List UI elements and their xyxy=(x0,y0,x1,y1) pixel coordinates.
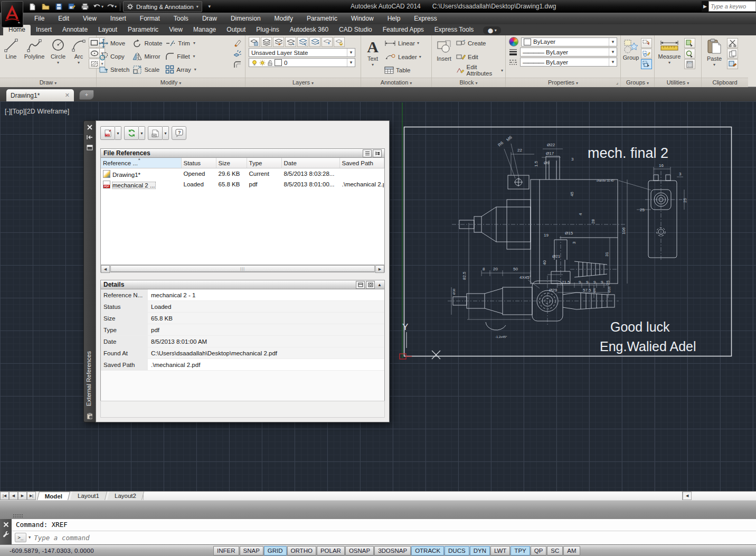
search-input[interactable] xyxy=(708,1,756,12)
ribbon-tab[interactable]: View xyxy=(164,25,188,35)
edit-block-button[interactable]: Edit xyxy=(456,50,503,64)
panel-footer-groups[interactable]: Groups ▾ xyxy=(621,78,654,87)
panel-footer-properties[interactable]: Properties ▾⌟ xyxy=(506,78,620,87)
menu-item[interactable]: Edit xyxy=(51,13,76,24)
panel-footer-clipboard[interactable]: Clipboard xyxy=(702,78,748,87)
first-tab-button[interactable]: |◀ xyxy=(0,492,9,500)
command-input[interactable] xyxy=(33,533,246,542)
layout-tab[interactable]: Layout1 xyxy=(70,492,107,500)
properties-dialog-launcher[interactable]: ⌟ xyxy=(616,78,618,87)
layer-match-button[interactable] xyxy=(285,37,296,47)
quick-calc-button[interactable] xyxy=(684,59,695,69)
paste-button[interactable]: Paste▾ xyxy=(704,36,725,77)
details-view-button[interactable] xyxy=(356,281,365,289)
panel-footer-draw[interactable]: Draw ▾ xyxy=(0,78,96,87)
mirror-button[interactable]: Mirror xyxy=(133,50,162,63)
ribbon-tab[interactable]: Output xyxy=(221,25,251,35)
close-tab-icon[interactable]: ✕ xyxy=(65,92,70,99)
edit-attributes-button[interactable]: Edit Attributes▾ xyxy=(456,63,503,77)
group-selection-toggle-button[interactable] xyxy=(641,59,652,69)
change-path-button[interactable] xyxy=(148,126,163,140)
command-recent-caret[interactable]: ▼ xyxy=(29,535,31,540)
details-value[interactable]: .\mechanical 2.pdf xyxy=(148,359,384,370)
change-path-dropdown[interactable]: ▼ xyxy=(163,126,169,140)
status-toggle-button[interactable]: LWT xyxy=(490,546,510,555)
scroll-right-arrow[interactable]: ▶ xyxy=(375,265,384,273)
layout-tab[interactable]: Model xyxy=(37,492,70,500)
layer-unisolate-button[interactable] xyxy=(309,37,320,47)
layer-freeze-button[interactable] xyxy=(322,37,333,47)
plot-button[interactable] xyxy=(79,2,91,12)
menu-item[interactable]: Dimension xyxy=(224,13,268,24)
new-drawing-button[interactable]: + xyxy=(79,90,94,100)
redo-dropdown-caret[interactable]: ▾ xyxy=(115,4,117,9)
file-references-header[interactable]: File References xyxy=(100,148,385,158)
ribbon-tab[interactable]: Insert xyxy=(31,25,57,35)
linetype-icon[interactable] xyxy=(509,59,517,66)
application-menu-button[interactable] xyxy=(1,1,23,27)
command-dock-grip[interactable] xyxy=(13,514,23,518)
measure-button[interactable]: Measure▾ xyxy=(657,36,682,77)
quick-select-button[interactable] xyxy=(684,38,695,48)
ribbon-tab[interactable]: CAD Studio xyxy=(334,25,377,35)
ribbon-tab[interactable]: Autodesk 360 xyxy=(285,25,334,35)
ungroup-button[interactable] xyxy=(641,38,652,48)
copy-button[interactable]: Copy xyxy=(99,50,129,63)
layer-properties-button[interactable] xyxy=(249,37,260,47)
status-toggle-button[interactable]: SNAP xyxy=(240,546,263,555)
offset-button[interactable] xyxy=(232,60,243,70)
status-toggle-button[interactable]: OTRACK xyxy=(411,546,444,555)
menu-item[interactable]: File xyxy=(27,13,51,24)
cut-button[interactable] xyxy=(727,38,738,48)
coordinates-readout[interactable]: -609.5879, -147.0303, 0.0000 xyxy=(0,548,213,554)
details-value[interactable]: C:\Users\dsaadallah\Desktop\mechanical 2… xyxy=(148,347,384,359)
canvas-scrollbar-thumb[interactable] xyxy=(144,492,683,500)
explode-button[interactable] xyxy=(232,49,243,59)
panel-footer-layers[interactable]: Layers ▾ xyxy=(245,78,361,87)
fillet-button[interactable]: Fillet▾ xyxy=(165,50,196,63)
ribbon-tab[interactable]: Layout xyxy=(93,25,122,35)
details-value[interactable]: Loaded xyxy=(148,301,384,312)
circle-button[interactable]: Circle▾ xyxy=(48,35,69,78)
table-button[interactable]: Table xyxy=(384,63,421,77)
save-button[interactable] xyxy=(53,2,64,12)
panel-footer-utilities[interactable]: Utilities ▾ xyxy=(655,78,701,87)
command-prompt-icon[interactable]: >_ xyxy=(15,533,26,542)
details-value[interactable]: mechanical 2 - 1 xyxy=(148,289,384,300)
array-button[interactable]: Array▾ xyxy=(165,63,196,76)
menu-item[interactable]: Draw xyxy=(195,13,224,24)
menu-item[interactable]: View xyxy=(76,13,103,24)
preview-button[interactable] xyxy=(366,281,375,289)
ribbon-options-button[interactable]: ⬤▾ xyxy=(483,26,501,34)
status-toggle-button[interactable]: SC xyxy=(547,546,563,555)
group-button[interactable]: Group xyxy=(622,36,640,77)
menu-item[interactable]: Parametric xyxy=(300,13,344,24)
file-reference-row[interactable]: Drawing1* Opened 29.6 KB Current 8/5/201… xyxy=(101,168,384,180)
menu-item[interactable]: Express xyxy=(407,13,443,24)
panel-footer-block[interactable]: Block ▾ xyxy=(432,78,505,87)
tree-view-button[interactable] xyxy=(373,149,382,157)
status-toggle-button[interactable]: TPY xyxy=(511,546,530,555)
status-toggle-button[interactable]: INFER xyxy=(213,546,239,555)
current-layer-caret[interactable]: ▼ xyxy=(347,59,355,67)
details-value[interactable]: pdf xyxy=(148,324,384,335)
layer-lock-button[interactable] xyxy=(334,37,345,47)
text-button[interactable]: A Text▾ xyxy=(363,36,382,77)
layer-state-combo[interactable]: Unsaved Layer State▼ xyxy=(249,48,355,57)
ribbon-tab[interactable]: Parametric xyxy=(122,25,164,35)
redo-button[interactable]: ▾ xyxy=(106,2,117,12)
copy-clip-button[interactable] xyxy=(727,49,738,59)
help-button[interactable]: ? xyxy=(172,126,186,140)
list-view-button[interactable] xyxy=(363,149,372,157)
linetype-caret[interactable]: ▼ xyxy=(609,58,617,66)
status-toggle-button[interactable]: DYN xyxy=(470,546,490,555)
current-layer-combo[interactable]: 0▼ xyxy=(249,58,355,67)
menu-item[interactable]: Insert xyxy=(103,13,133,24)
palette-close-button[interactable] xyxy=(84,123,96,131)
collapse-details-icon[interactable]: ▲ xyxy=(377,282,382,287)
status-toggle-button[interactable]: AM xyxy=(563,546,580,555)
arc-button[interactable]: Arc▾ xyxy=(70,35,88,78)
column-header-status[interactable]: Status xyxy=(181,158,216,168)
stretch-button[interactable]: Stretch xyxy=(99,63,129,76)
trim-button[interactable]: Trim▾ xyxy=(165,36,196,50)
